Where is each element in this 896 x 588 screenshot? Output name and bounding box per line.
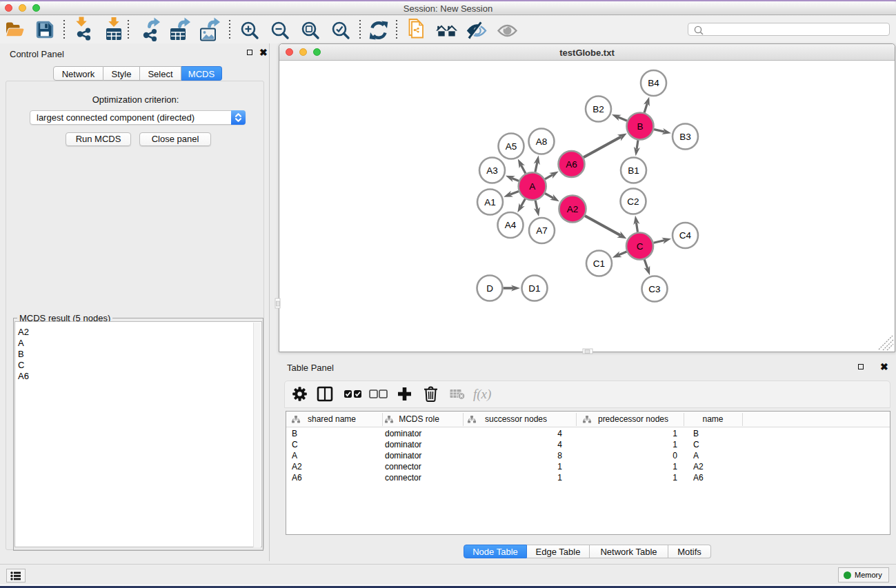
svg-text:D1: D1 (528, 283, 540, 294)
svg-text:A5: A5 (506, 141, 517, 152)
svg-text:A3: A3 (486, 165, 498, 176)
svg-text:B1: B1 (628, 165, 639, 176)
svg-text:A1: A1 (484, 197, 496, 207)
svg-text:B4: B4 (648, 78, 659, 88)
svg-text:C: C (637, 241, 644, 252)
svg-text:B3: B3 (679, 132, 691, 142)
svg-text:A2: A2 (567, 204, 579, 214)
svg-text:A: A (529, 181, 535, 192)
svg-text:C1: C1 (593, 258, 605, 269)
svg-text:B2: B2 (593, 104, 604, 114)
svg-text:f(x): f(x) (473, 387, 491, 402)
svg-text:D: D (486, 283, 493, 294)
svg-text:C4: C4 (679, 230, 692, 241)
svg-text:C3: C3 (648, 284, 660, 294)
svg-text:A7: A7 (536, 225, 548, 236)
svg-text:A6: A6 (566, 159, 577, 170)
svg-text:A4: A4 (505, 220, 517, 230)
svg-text:A8: A8 (536, 136, 548, 147)
svg-text:C2: C2 (627, 196, 639, 207)
svg-text:B: B (637, 121, 643, 132)
